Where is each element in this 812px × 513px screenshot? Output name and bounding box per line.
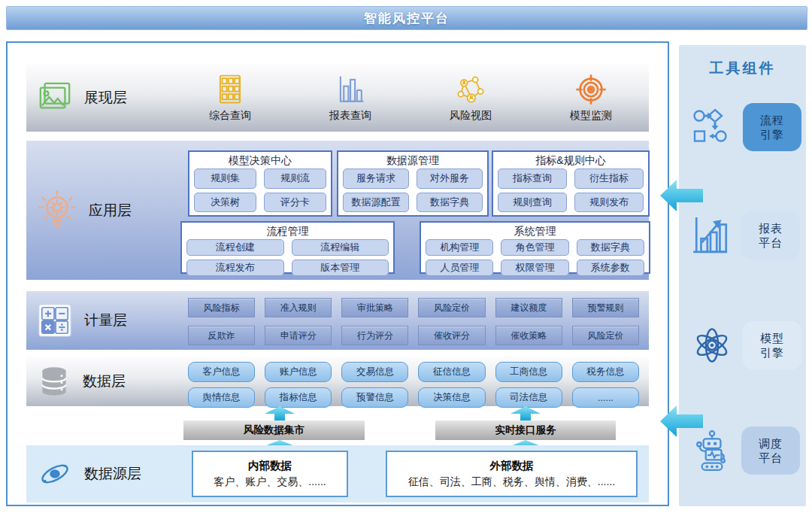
panel-title: 数据源管理 <box>343 153 483 168</box>
internal-data-desc: 客户、账户、交易、...... <box>214 475 326 489</box>
panel-items: 服务请求 对外服务 数据源配置 数据字典 <box>343 168 483 212</box>
tool-label: 调度平台 <box>758 436 783 466</box>
module-chip: 数据源配置 <box>343 193 409 213</box>
datasource-layer-label: 数据源层 <box>84 464 141 484</box>
bar-chart-icon <box>335 74 366 105</box>
panel-items: 机构管理 角色管理 数据字典 人员管理 权限管理 系统参数 <box>426 239 644 276</box>
module-chip: 衍生指标 <box>574 168 644 189</box>
panel-title: 模型决策中心 <box>194 153 326 168</box>
presentation-item-label: 模型监测 <box>570 109 612 123</box>
internal-data-title: 内部数据 <box>248 459 292 473</box>
presentation-layer-head: 展现层 <box>38 64 127 132</box>
data-chip: 司法信息 <box>495 387 562 408</box>
module-chip: 角色管理 <box>501 239 568 256</box>
module-chip: 数据字典 <box>577 239 644 256</box>
module-chip: 数据字典 <box>417 193 483 213</box>
measure-chip: 催收评分 <box>418 326 485 345</box>
tool-item-report-platform: 报表平台 <box>679 211 806 260</box>
module-chip: 对外服务 <box>417 168 483 189</box>
database-icon <box>38 365 71 398</box>
presentation-item-report: 报表查询 <box>308 74 392 123</box>
data-chip: 税务信息 <box>572 362 639 382</box>
panel-items: 规则集 规则流 决策树 评分卡 <box>194 168 326 212</box>
grid-icon <box>214 74 246 105</box>
tool-label: 报表平台 <box>758 221 783 250</box>
pictures-icon <box>38 80 72 115</box>
presentation-layer-band: 展现层 综合查询 <box>26 64 649 132</box>
application-layer-head: 应用层 <box>38 141 132 280</box>
measure-chip: 预警规则 <box>572 298 639 317</box>
measure-chip: 风险定价 <box>572 326 639 345</box>
tool-box-model-engine: 模型引擎 <box>743 321 801 369</box>
panel-items: 流程创建 流程编辑 流程发布 版本管理 <box>186 239 389 276</box>
left-arrow <box>660 178 703 213</box>
data-chip: 预警信息 <box>341 387 408 408</box>
measurement-layer-head: 计量层 <box>38 291 127 350</box>
internal-data-box: 内部数据 客户、账户、交易、...... <box>192 451 348 497</box>
data-layer-label: 数据层 <box>83 372 126 391</box>
module-chip: 评分卡 <box>264 193 326 213</box>
panel-process-mgmt: 流程管理 流程创建 流程编辑 流程发布 版本管理 <box>180 221 395 274</box>
datasource-layer-band: 数据源层 内部数据 客户、账户、交易、...... 外部数据 征信、司法、工商、… <box>26 445 649 502</box>
intelligent-risk-platform: 智能风控平台 展现层 <box>0 0 812 513</box>
architecture-panel: 展现层 综合查询 <box>6 41 669 506</box>
external-data-desc: 征信、司法、工商、税务、舆情、消费、...... <box>408 475 615 489</box>
presentation-item-query: 综合查询 <box>188 74 272 123</box>
module-chip: 系统参数 <box>577 260 644 276</box>
flowchart-icon <box>691 108 733 147</box>
application-layer-band: 应用层 模型决策中心 规则集 规则流 决策树 评分卡 数据源管理 服务请求 对外… <box>26 141 649 280</box>
atom-icon <box>691 324 733 366</box>
external-data-box: 外部数据 征信、司法、工商、税务、舆情、消费、...... <box>386 451 638 497</box>
datasource-layer-head: 数据源层 <box>38 445 141 502</box>
measure-chip: 准入规则 <box>265 298 332 317</box>
report-chart-icon <box>691 215 732 256</box>
measure-chip: 风险定价 <box>418 298 485 317</box>
up-arrow <box>509 406 542 420</box>
module-chip: 流程编辑 <box>292 239 389 256</box>
panel-indicator-rule-center: 指标&规则中心 指标查询 衍生指标 规则查询 规则发布 <box>492 150 650 217</box>
data-chip: 指标信息 <box>265 387 332 408</box>
panel-title: 指标&规则中心 <box>498 153 644 168</box>
calculator-icon <box>38 303 72 338</box>
bulb-gear-icon <box>38 190 77 232</box>
measurement-layer-band: 计量层 风险指标 准入规则 审批策略 风险定价 建议额度 预警规则 反欺诈 申请… <box>26 291 649 350</box>
module-chip: 规则流 <box>264 168 326 189</box>
presentation-item-label: 风险视图 <box>450 109 492 123</box>
galaxy-icon <box>38 457 72 491</box>
tool-box-flow-engine: 流程引擎 <box>743 103 801 151</box>
risk-data-mart-bar: 风险数据集市 <box>183 420 365 440</box>
data-chip: 征信信息 <box>418 362 485 382</box>
tool-label: 模型引擎 <box>759 331 785 360</box>
realtime-api-bar: 实时接口服务 <box>435 420 616 440</box>
presentation-layer-label: 展现层 <box>84 88 127 108</box>
module-chip: 规则查询 <box>498 193 567 213</box>
data-layer-head: 数据层 <box>38 357 126 406</box>
module-chip: 指标查询 <box>498 168 567 189</box>
module-chip: 决策树 <box>194 193 256 213</box>
presentation-item-label: 综合查询 <box>209 109 251 123</box>
data-layer-band: 数据层 客户信息 账户信息 交易信息 征信信息 工商信息 税务信息 舆情信息 指… <box>26 357 649 406</box>
panel-datasource-mgmt: 数据源管理 服务请求 对外服务 数据源配置 数据字典 <box>337 150 489 217</box>
presentation-items: 综合查询 报表查询 <box>188 64 633 132</box>
measure-chip: 审批策略 <box>341 298 408 317</box>
data-chip: 客户信息 <box>188 362 255 382</box>
module-chip: 权限管理 <box>501 260 568 276</box>
application-layer-label: 应用层 <box>89 201 132 220</box>
measure-chip: 反欺诈 <box>188 326 255 345</box>
measurement-layer-label: 计量层 <box>84 311 127 330</box>
measure-chip: 风险指标 <box>188 298 255 317</box>
up-arrow <box>263 406 296 420</box>
measure-chip: 催收策略 <box>495 326 562 345</box>
data-chip: 工商信息 <box>495 362 562 382</box>
target-icon <box>575 74 607 105</box>
module-chip: 流程发布 <box>186 260 284 276</box>
tool-box-report-platform: 报表平台 <box>741 211 800 260</box>
measure-chip: 行为评分 <box>341 326 408 345</box>
module-chip: 版本管理 <box>292 260 389 276</box>
tool-box-schedule-platform: 调度平台 <box>741 426 800 475</box>
module-chip: 人员管理 <box>426 260 493 276</box>
measure-chip: 建议额度 <box>495 298 562 317</box>
data-chip: 决策信息 <box>418 387 485 408</box>
realtime-api-label: 实时接口服务 <box>495 423 556 437</box>
network-icon <box>455 74 486 105</box>
